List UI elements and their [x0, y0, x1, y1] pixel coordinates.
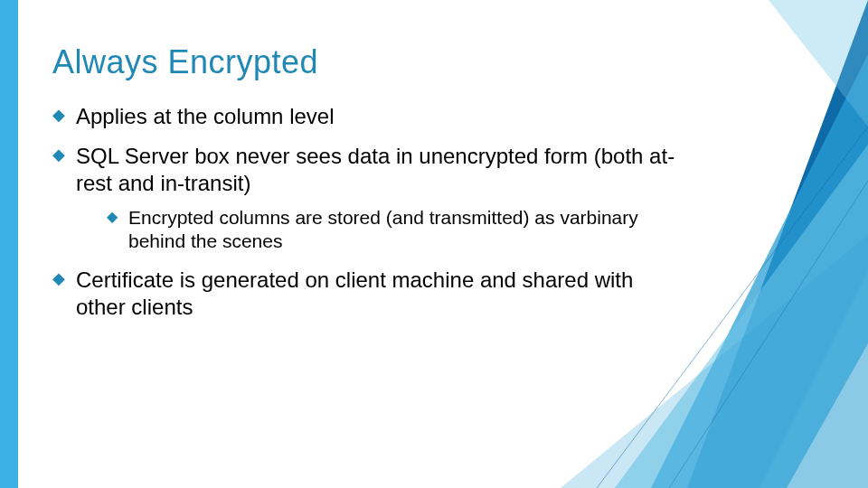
sub-bullet-list: Encrypted columns are stored (and transm…: [107, 206, 685, 254]
bullet-text: Applies at the column level: [76, 104, 335, 128]
left-accent-bar: [0, 0, 18, 488]
content-area: Always Encrypted Applies at the column l…: [52, 43, 685, 333]
bullet-item: Applies at the column level: [52, 103, 685, 130]
bullet-item: SQL Server box never sees data in unencr…: [52, 143, 685, 254]
svg-line-7: [669, 181, 868, 488]
svg-marker-3: [787, 343, 868, 488]
bullet-text: Certificate is generated on client machi…: [76, 267, 633, 319]
bullet-item: Certificate is generated on client machi…: [52, 267, 685, 321]
bullet-text: SQL Server box never sees data in unencr…: [76, 144, 675, 195]
slide-title: Always Encrypted: [52, 43, 685, 81]
bullet-list: Applies at the column level SQL Server b…: [52, 103, 685, 321]
slide: Always Encrypted Applies at the column l…: [0, 0, 868, 488]
svg-marker-5: [769, 0, 868, 127]
svg-marker-0: [687, 0, 868, 488]
sub-bullet-item: Encrypted columns are stored (and transm…: [107, 206, 685, 254]
sub-bullet-text: Encrypted columns are stored (and transm…: [128, 207, 638, 251]
